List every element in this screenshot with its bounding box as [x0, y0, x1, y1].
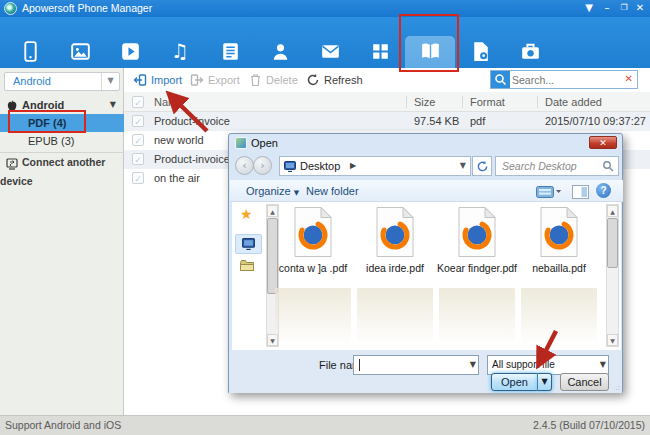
dialog-close-icon[interactable]: ✕	[589, 136, 617, 149]
app-title: Apowersoft Phone Manager	[22, 0, 152, 17]
select-all-checkbox[interactable]	[132, 96, 144, 108]
search-clear-icon[interactable]: ✕	[625, 73, 633, 84]
address-bar[interactable]: Desktop ▶ ▼	[279, 156, 471, 176]
dialog-titlebar: Open ✕	[229, 134, 622, 152]
search-box[interactable]: ✕	[490, 70, 638, 89]
delete-button[interactable]: Delete	[249, 73, 298, 88]
dialog-toolbar: Organize ▼ New folder ?	[230, 180, 623, 202]
app-titlebar: Apowersoft Phone Manager ▼ – ❐ ✕	[0, 0, 650, 17]
maximize-icon[interactable]: ❐	[617, 1, 631, 15]
open-button[interactable]: Open	[491, 373, 538, 391]
search-input[interactable]	[512, 71, 617, 88]
file-name-input[interactable]: ▼	[353, 355, 479, 375]
annotation-box-pdf	[8, 110, 86, 133]
help-icon[interactable]: ?	[596, 183, 611, 198]
export-icon	[190, 77, 204, 89]
dialog-title: Open	[251, 134, 278, 152]
address-dropdown-icon[interactable]: ▼	[460, 157, 466, 175]
open-split-dropdown-icon[interactable]: ▼	[538, 373, 552, 391]
phone-icon	[5, 36, 55, 66]
organize-menu[interactable]: Organize ▼	[246, 180, 299, 204]
messages-icon	[305, 36, 355, 66]
pdf-firefox-icon	[292, 206, 334, 258]
device-selector[interactable]: Android ▼	[4, 72, 120, 91]
dialog-search-placeholder: Search Desktop	[502, 157, 577, 175]
connect-device-icon	[6, 157, 18, 176]
open-dialog: Open ✕ ‹ › Desktop ▶ ▼ Search Desktop Or…	[228, 133, 623, 393]
menu-icon[interactable]: ▼	[582, 1, 596, 15]
status-left: Support Android and iOS	[5, 416, 121, 435]
file-item[interactable]: Koear findger.pdf	[437, 206, 517, 274]
refresh-address-button[interactable]	[472, 156, 492, 176]
column-format[interactable]: Format	[470, 92, 505, 112]
row-checkbox[interactable]	[132, 115, 144, 127]
app-logo-icon	[4, 2, 17, 15]
list-row[interactable]: Product-invoice 97.54 KB pdf 2015/07/10 …	[124, 112, 650, 131]
magnifier-icon[interactable]	[602, 160, 614, 174]
text-caret	[359, 359, 360, 371]
chevron-down-icon[interactable]: ▼	[470, 356, 476, 374]
scrollbar-thumb[interactable]	[607, 218, 618, 268]
file-item[interactable]: conta w ]a .pdf	[273, 206, 353, 274]
close-icon[interactable]: ✕	[633, 1, 647, 15]
scroll-up-icon[interactable]: ▲	[607, 205, 618, 217]
import-button[interactable]: Import	[133, 73, 182, 88]
annotation-box-books	[399, 14, 459, 72]
chevron-down-icon[interactable]: ▼	[600, 356, 606, 374]
nav-desktop-item[interactable]	[235, 234, 262, 254]
row-checkbox[interactable]	[132, 172, 144, 184]
files-icon	[455, 36, 505, 66]
column-size[interactable]: Size	[414, 92, 435, 112]
column-name[interactable]: Name	[154, 92, 183, 112]
dialog-icon	[235, 137, 247, 149]
resize-grip[interactable]: .:	[616, 383, 620, 392]
pdf-firefox-icon	[538, 206, 580, 258]
device-selector-value: Android	[13, 73, 51, 90]
export-button[interactable]: Export	[190, 73, 240, 88]
delete-icon	[249, 77, 262, 89]
dialog-file-area: ★ ▲ ▼ conta w ]a .pdf idea irde.pdf Koea…	[232, 202, 621, 350]
apps-icon	[355, 36, 405, 66]
contacts-icon	[255, 36, 305, 66]
pdf-firefox-icon	[374, 206, 416, 258]
back-button[interactable]: ‹	[235, 156, 254, 175]
refresh-button[interactable]: Refresh	[306, 73, 363, 88]
app-nav-toolbar: My Phone Pictures Videos ♫ Music Notes C…	[0, 17, 650, 68]
file-type-select[interactable]: All support file format(*.pdf;*.e ▼	[487, 355, 609, 375]
breadcrumb-arrow-icon[interactable]: ▶	[350, 157, 356, 175]
connect-another-device[interactable]: Connect another device	[0, 152, 124, 171]
tree-item-epub[interactable]: EPUB (3)	[0, 132, 124, 150]
videos-icon	[105, 36, 155, 66]
pdf-firefox-icon	[456, 206, 498, 258]
import-icon	[133, 77, 147, 89]
row-checkbox[interactable]	[132, 134, 144, 146]
desktop-icon	[284, 161, 296, 174]
refresh-icon	[306, 77, 320, 89]
dialog-footer: File name: ▼ All support file format(*.p…	[229, 350, 622, 393]
minimize-icon[interactable]: –	[600, 1, 614, 15]
breadcrumb[interactable]: Desktop	[300, 157, 340, 175]
forward-button[interactable]: ›	[253, 156, 272, 175]
new-folder-button[interactable]: New folder	[306, 180, 359, 202]
file-item[interactable]: idea irde.pdf	[355, 206, 435, 274]
row-checkbox[interactable]	[132, 153, 144, 165]
folder-icon[interactable]	[240, 260, 254, 273]
file-item[interactable]: nebailla.pdf	[519, 206, 599, 274]
chevron-down-icon[interactable]: ▼	[101, 73, 119, 90]
music-icon: ♫	[155, 36, 205, 66]
collapse-icon[interactable]: ▼	[110, 96, 116, 114]
list-header: Name Size Format Date added	[124, 92, 650, 112]
search-icon[interactable]	[491, 71, 510, 88]
scroll-down-icon[interactable]: ▼	[607, 334, 618, 346]
pictures-icon	[55, 36, 105, 66]
dialog-search-box[interactable]: Search Desktop	[495, 156, 619, 176]
status-right: 2.4.5 (Build 07/10/2015)	[533, 416, 645, 435]
cancel-button[interactable]: Cancel	[560, 373, 609, 391]
tools-icon	[505, 36, 555, 66]
notes-icon	[205, 36, 255, 66]
column-date-added[interactable]: Date added	[545, 92, 602, 112]
favorites-star-icon[interactable]: ★	[240, 206, 253, 222]
status-bar: Support Android and iOS 2.4.5 (Build 07/…	[0, 415, 650, 435]
file-area-scrollbar[interactable]: ▲ ▼	[606, 204, 619, 347]
